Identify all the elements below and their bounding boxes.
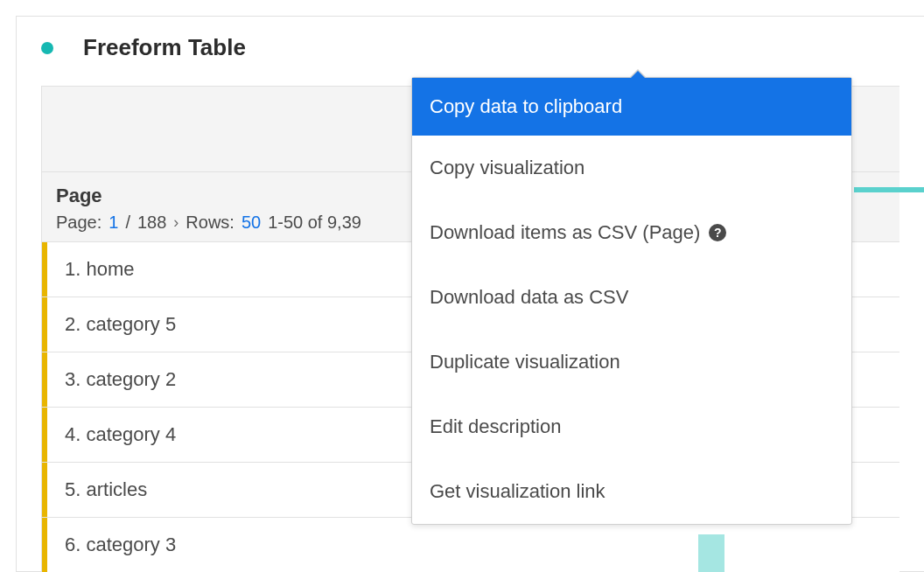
rows-label: Rows:	[186, 213, 234, 233]
panel-title: Freeform Table	[83, 34, 246, 61]
page-total: 188	[137, 213, 166, 233]
help-icon[interactable]: ?	[709, 224, 726, 241]
row-accent-bar	[42, 352, 47, 407]
menu-item-label: Download items as CSV (Page)	[430, 221, 700, 244]
row-accent-bar	[42, 518, 47, 572]
menu-copy-data[interactable]: Copy data to clipboard	[412, 78, 851, 136]
page-label: Page:	[56, 213, 102, 233]
menu-item-label: Get visualization link	[430, 480, 606, 503]
menu-copy-visualization[interactable]: Copy visualization	[412, 136, 851, 200]
column-accent-strip	[854, 187, 924, 192]
menu-item-label: Copy data to clipboard	[430, 95, 622, 118]
row-label: 3. category 2	[65, 368, 176, 390]
page-current[interactable]: 1	[108, 213, 118, 233]
row-label: 5. articles	[65, 478, 147, 500]
menu-item-label: Duplicate visualization	[430, 351, 620, 373]
row-accent-bar	[42, 297, 47, 352]
menu-get-link[interactable]: Get visualization link	[412, 459, 851, 524]
range-text: 1-50 of 9,39	[268, 213, 361, 233]
menu-item-label: Copy visualization	[430, 157, 584, 179]
row-label: 6. category 3	[65, 534, 176, 555]
menu-item-label: Edit description	[430, 415, 561, 438]
row-accent-bar	[42, 463, 47, 517]
row-label: 2. category 5	[65, 313, 176, 335]
page-separator: /	[125, 213, 130, 233]
row-label: 4. category 4	[65, 423, 176, 445]
menu-download-data-csv[interactable]: Download data as CSV	[412, 265, 851, 330]
context-menu: Copy data to clipboard Copy visualizatio…	[411, 77, 852, 525]
table-row[interactable]: 6. category 3	[42, 518, 900, 572]
data-bar	[698, 534, 724, 572]
menu-download-items-csv[interactable]: Download items as CSV (Page)?	[412, 200, 851, 265]
panel-indicator-dot	[41, 42, 53, 54]
rows-value[interactable]: 50	[242, 213, 261, 233]
menu-duplicate-visualization[interactable]: Duplicate visualization	[412, 330, 851, 394]
page-next-icon[interactable]: ›	[173, 213, 178, 232]
menu-item-label: Download data as CSV	[430, 286, 628, 309]
row-label: 1. home	[65, 258, 135, 280]
row-accent-bar	[42, 242, 47, 296]
menu-edit-description[interactable]: Edit description	[412, 394, 851, 459]
panel-header: Freeform Table	[17, 17, 924, 86]
row-accent-bar	[42, 408, 47, 462]
